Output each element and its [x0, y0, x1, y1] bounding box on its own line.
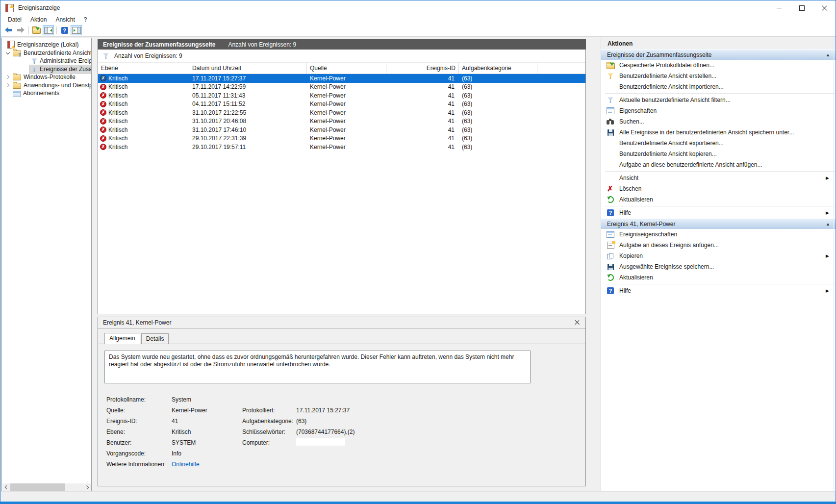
collapse-arrow-icon[interactable]: ▲	[826, 52, 830, 57]
action-item[interactable]: Aktualisieren	[601, 194, 836, 205]
menu-item-aktion[interactable]: Aktion	[26, 16, 51, 23]
action-section-title: Ereignisse der Zusammenfassungsseite	[607, 51, 711, 58]
column-header-ebene[interactable]: Ebene	[98, 63, 189, 74]
column-header-aufgabenkategorie[interactable]: Aufgabenkategorie	[459, 63, 537, 74]
fields-right: Protokolliert:17.11.2017 15:27:37Aufgabe…	[242, 405, 355, 448]
event-row[interactable]: Kritisch31.10.2017 20:46:08Kernel-Power4…	[98, 117, 585, 126]
tree-item[interactable]: Abonnements	[2, 89, 91, 98]
event-datetime: 04.11.2017 15:11:52	[189, 101, 307, 107]
event-category: (63)	[459, 92, 537, 99]
show-action-pane-button[interactable]	[71, 25, 82, 35]
action-item[interactable]: Hilfe▶	[601, 285, 836, 296]
event-level-text: Kritisch	[108, 75, 127, 82]
show-console-tree-button[interactable]	[43, 25, 54, 35]
action-item[interactable]: Alle Ereignisse in der benutzerdefiniert…	[601, 127, 836, 138]
action-item[interactable]: Aktuelle benutzerdefinierte Ansicht filt…	[601, 95, 836, 105]
tab-details[interactable]: Details	[141, 333, 169, 344]
menu-item-ansicht[interactable]: Ansicht	[51, 16, 79, 23]
column-header-ereignis-id[interactable]: Ereignis-ID	[386, 63, 459, 74]
action-divider	[605, 93, 835, 94]
tree-item[interactable]: Anwendungs- und Dienstprotokolle	[2, 81, 91, 90]
onlinehilfe-link[interactable]: Onlinehilfe	[172, 461, 200, 468]
funnel-new-icon	[608, 73, 613, 79]
folder-views-icon	[13, 50, 21, 56]
expander-expanded-icon[interactable]	[4, 50, 11, 56]
critical-icon	[100, 118, 106, 125]
tree-horizontal-scrollbar[interactable]	[2, 483, 91, 491]
event-id: 41	[386, 83, 459, 90]
expander-collapsed-icon[interactable]	[4, 82, 11, 89]
field-label: Ereignis-ID:	[106, 418, 172, 425]
collapse-arrow-icon[interactable]: ▲	[826, 222, 830, 227]
column-header-quelle[interactable]: Quelle	[307, 63, 386, 74]
action-item[interactable]: Hilfe▶	[601, 207, 836, 218]
tree-item[interactable]: Benutzerdefinierte Ansichten	[2, 49, 91, 57]
save-icon	[608, 129, 614, 136]
tree-item[interactable]: Windows-Protokolle	[2, 73, 91, 81]
menu-item-datei[interactable]: Datei	[3, 16, 26, 23]
event-row[interactable]: Kritisch29.10.2017 22:31:39Kernel-Power4…	[98, 134, 585, 143]
close-button[interactable]	[813, 0, 836, 15]
action-item-label: Hilfe	[619, 287, 631, 294]
field-value: 41	[172, 418, 207, 425]
tree-item[interactable]: Administrative Ereignisse	[2, 57, 91, 65]
tab-allgemein[interactable]: Allgemein	[104, 333, 140, 344]
submenu-arrow-icon: ▶	[826, 253, 829, 258]
scroll-left-icon[interactable]	[2, 483, 10, 491]
scroll-right-icon[interactable]	[83, 483, 91, 491]
menu-item-hilfe[interactable]: ?	[79, 16, 92, 23]
event-level-cell: Kritisch	[98, 75, 189, 82]
details-header: Ereignis 41, Kernel-Power	[98, 317, 585, 328]
tree-item[interactable]: Ereignisse der Zusammenfassungsseite	[2, 65, 91, 74]
action-icon-slot	[606, 196, 615, 203]
action-item[interactable]: Löschen	[601, 183, 836, 194]
tree-item-text: Anwendungs- und Dienstprotokolle	[24, 82, 92, 89]
field-label: Aufgabenkategorie:	[242, 418, 296, 425]
expander-spacer	[4, 90, 11, 97]
action-item-label: Ansicht	[619, 175, 638, 181]
event-row[interactable]: Kritisch05.11.2017 11:31:43Kernel-Power4…	[98, 91, 585, 100]
scrollbar-thumb[interactable]	[10, 483, 65, 491]
maximize-button[interactable]	[790, 0, 813, 15]
action-item[interactable]: Eigenschaften	[601, 105, 836, 116]
event-row[interactable]: Kritisch17.11.2017 14:22:59Kernel-Power4…	[98, 83, 585, 92]
action-item[interactable]: Ausgewählte Ereignisse speichern...	[601, 261, 836, 272]
action-item[interactable]: Suchen...	[601, 116, 836, 127]
open-saved-log-button[interactable]	[31, 25, 42, 35]
event-row[interactable]: Kritisch29.10.2017 19:57:11Kernel-Power4…	[98, 143, 585, 151]
toolbar-separator	[28, 26, 29, 34]
action-section-header[interactable]: Ereignis 41, Kernel-Power▲	[601, 218, 836, 229]
event-level-cell: Kritisch	[98, 135, 189, 142]
tree-item-text: Windows-Protokolle	[24, 74, 76, 80]
event-row[interactable]: Kritisch04.11.2017 15:11:52Kernel-Power4…	[98, 100, 585, 109]
field-value: Onlinehilfe	[172, 461, 207, 468]
forward-arrow-button[interactable]	[15, 25, 26, 35]
action-item[interactable]: Aufgabe an dieses Ereignis anfügen...	[601, 240, 836, 251]
tree-item[interactable]: Ereignisanzeige (Lokal)	[2, 41, 91, 49]
close-details-icon[interactable]	[574, 319, 581, 326]
action-item[interactable]: Benutzerdefinierte Ansicht importieren..…	[601, 81, 836, 92]
action-item[interactable]: Ansicht▶	[601, 173, 836, 183]
action-item[interactable]: Aufgabe an diese benutzerdefinierte Ansi…	[601, 159, 836, 170]
expander-collapsed-icon[interactable]	[4, 74, 11, 80]
event-row[interactable]: Kritisch17.11.2017 15:27:37Kernel-Power4…	[98, 74, 585, 83]
action-item[interactable]: Gespeicherte Protokolldatei öffnen...	[601, 60, 836, 71]
back-arrow-button[interactable]	[3, 25, 14, 35]
event-source: Kernel-Power	[307, 135, 386, 142]
column-header-datum-und-uhrzeit[interactable]: Datum und Uhrzeit	[189, 63, 307, 74]
action-item[interactable]: Aktualisieren	[601, 272, 836, 283]
action-item[interactable]: Benutzerdefinierte Ansicht exportieren..…	[601, 138, 836, 149]
tree-item-label: Abonnements	[11, 89, 61, 97]
show-console-tree-icon	[44, 27, 53, 34]
event-row[interactable]: Kritisch31.10.2017 21:22:55Kernel-Power4…	[98, 108, 585, 117]
minimize-button[interactable]	[768, 0, 790, 15]
action-item[interactable]: Benutzerdefinierte Ansicht kopieren...	[601, 149, 836, 159]
action-item[interactable]: Kopieren▶	[601, 251, 836, 261]
action-item-label: Ereigniseigenschaften	[619, 231, 677, 238]
event-row[interactable]: Kritisch31.10.2017 17:46:10Kernel-Power4…	[98, 126, 585, 134]
action-section-header[interactable]: Ereignisse der Zusammenfassungsseite▲	[601, 49, 836, 60]
event-datetime: 17.11.2017 15:27:37	[189, 75, 307, 82]
action-item[interactable]: Benutzerdefinierte Ansicht erstellen...	[601, 71, 836, 81]
help-button[interactable]	[59, 25, 70, 35]
action-item[interactable]: Ereigniseigenschaften	[601, 229, 836, 240]
